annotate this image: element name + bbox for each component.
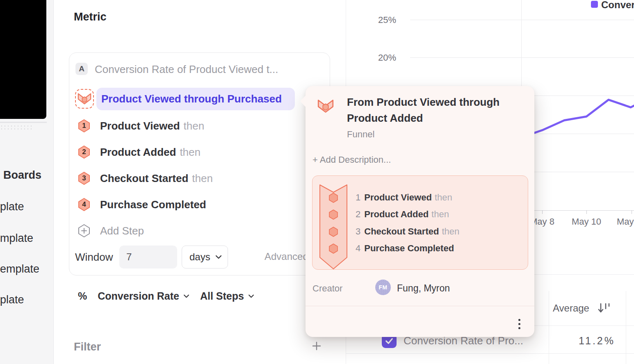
legend-swatch [591, 1, 598, 8]
plus-icon [312, 341, 322, 351]
step-1-name: Product Viewedthen [100, 120, 204, 132]
filter-section-title: Filter [74, 341, 101, 353]
legend-label[interactable]: Conver [601, 0, 634, 11]
gridline-20 [410, 57, 634, 58]
popover-title: From Product Viewed through Product Adde… [347, 94, 519, 126]
x-axis-label-may10: May 10 [570, 216, 603, 227]
creator-name: Fung, Myron [397, 283, 450, 294]
step-1-badge-icon: 1 [78, 119, 90, 132]
popover-step-1: 1Product Viewedthen [356, 192, 452, 203]
creator-label: Creator [312, 283, 342, 294]
funnel-glyph [78, 93, 91, 105]
chevron-down-icon [215, 255, 222, 259]
popover-step-3: 3Checkout Startedthen [356, 226, 459, 237]
series-a-badge: A [75, 63, 88, 75]
chevron-down-icon [248, 294, 254, 298]
funnel-step-row-2[interactable]: 2 Product Addedthen [78, 146, 201, 159]
sidebar-item-template-3[interactable]: emplate [0, 263, 39, 275]
sidebar-item-template-2[interactable]: mplate [0, 232, 33, 245]
y-axis-label-20: 20% [369, 52, 396, 63]
measure-dropdown[interactable]: Conversion Rate [98, 290, 179, 302]
chevron-down-icon [183, 294, 189, 298]
add-step-plus-icon [78, 224, 90, 237]
x-axis-label-may12: May 12 [615, 216, 634, 227]
popover-type-label: Funnel [347, 129, 374, 140]
popover-step-4: 4Purchase Completed [356, 243, 457, 254]
y-axis-label-25: 25% [369, 15, 396, 25]
creator-avatar: FM [375, 280, 391, 295]
average-column-header[interactable]: Average [553, 303, 589, 314]
add-step-button[interactable]: Add Step [78, 224, 144, 237]
window-unit-select[interactable]: days [182, 246, 228, 268]
funnel-icon [317, 99, 334, 115]
step-3-name: Checkout Startedthen [100, 172, 213, 185]
step-2-badge-icon: 2 [78, 146, 90, 159]
metric-card [69, 52, 330, 275]
funnel-step-row-1[interactable]: 1 Product Viewedthen [78, 119, 204, 132]
sidebar-item-template-4[interactable]: plate [0, 293, 24, 306]
sidebar-item-template-1[interactable]: plate [0, 200, 24, 213]
gridline-25 [410, 20, 634, 20]
add-filter-button[interactable] [312, 341, 322, 353]
funnel-steps-card: 1Product Viewedthen 2Product Addedthen 3… [312, 175, 528, 270]
percent-symbol: % [78, 290, 87, 302]
step-4-name: Purchase Completed [100, 198, 210, 211]
x-tick [586, 210, 587, 214]
more-options-kebab-icon[interactable] [514, 316, 525, 332]
measure-row: % Conversion Rate All Steps [78, 290, 254, 302]
steps-scope-dropdown[interactable]: All Steps [200, 290, 244, 302]
conversion-line [520, 96, 634, 138]
funnel-step-row-4[interactable]: 4 Purchase Completed [78, 198, 210, 211]
step-2-name: Product Addedthen [100, 146, 201, 159]
series-a-name[interactable]: Conversion Rate of Product Viewed t... [95, 63, 278, 76]
x-tick [632, 210, 632, 214]
sidebar-dots-texture [0, 125, 33, 130]
add-step-label: Add Step [100, 225, 144, 237]
popover-step-2: 2Product Addedthen [356, 209, 449, 220]
step-3-badge-icon: 3 [78, 172, 90, 185]
window-label: Window [75, 251, 113, 264]
sidebar-black-region [0, 0, 46, 119]
add-description-link[interactable]: + Add Description... [312, 155, 391, 165]
window-value-input[interactable]: 7 [119, 246, 177, 268]
funnel-step-row-3[interactable]: 3 Checkout Startedthen [78, 172, 213, 185]
step-4-badge-icon: 4 [78, 198, 90, 211]
metric-section-title: Metric [74, 11, 107, 23]
x-tick [542, 210, 543, 214]
table-row-border [346, 353, 634, 354]
funnel-icon[interactable] [75, 89, 94, 109]
sidebar-item-boards[interactable]: Boards [3, 169, 41, 182]
sort-descending-icon[interactable] [597, 302, 611, 316]
sidebar-divider [0, 122, 47, 123]
checkmark-icon [385, 337, 394, 345]
funnel-name-label: Product Viewed through Purchased [101, 93, 282, 105]
funnel-name-pill[interactable]: Product Viewed through Purchased [96, 88, 295, 110]
table-row-average-value: 11.2% [533, 335, 615, 347]
popover-divider [306, 306, 534, 306]
funnel-details-popover: From Product Viewed through Product Adde… [306, 86, 534, 337]
funnel-ribbon-icon [319, 184, 347, 270]
advanced-link[interactable]: Advanced [265, 251, 308, 262]
